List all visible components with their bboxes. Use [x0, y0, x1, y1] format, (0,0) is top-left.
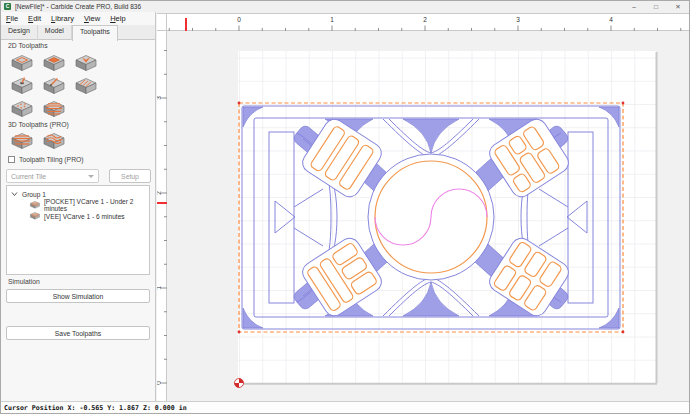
maximize-button[interactable]: □ — [645, 1, 667, 12]
toolpath-item-icon — [29, 200, 41, 210]
chevron-down-icon — [88, 175, 94, 178]
section-3d-toolpaths: 3D Toolpaths (PRO) — [8, 121, 69, 128]
toolpath-item-vee[interactable]: [VEE] VCarve 1 - 6 minutes — [29, 211, 149, 221]
vcarve-toolpath-icon — [73, 53, 99, 74]
toolpath-tiling-row: Toolpath Tiling (PRO) — [8, 156, 84, 163]
engrave-toolpath-button[interactable] — [41, 76, 67, 97]
drill-toolpath-button[interactable] — [9, 76, 35, 97]
contour-toolpath-button[interactable] — [9, 53, 35, 74]
svg-text:1: 1 — [157, 286, 162, 290]
status-bar: Cursor Position X: -0.565 Y: 1.867 Z: 0.… — [1, 401, 689, 413]
toolpath-item-pocket[interactable]: [POCKET] VCarve 1 - Under 2 minutes — [29, 200, 149, 210]
show-simulation-button[interactable]: Show Simulation — [6, 289, 150, 303]
yin-yang-circle[interactable] — [368, 154, 494, 280]
stipple-toolpath-button[interactable] — [9, 99, 35, 120]
svg-text:0: 0 — [237, 16, 241, 23]
cursor-position-readout: Cursor Position X: -0.565 Y: 1.867 Z: 0.… — [4, 404, 187, 412]
title-bar: C [NewFile]* - Carbide Create PRO, Build… — [1, 1, 689, 12]
menu-file[interactable]: File — [1, 14, 23, 23]
toolpath-item-icon — [29, 211, 41, 221]
simulation-label: Simulation — [8, 278, 40, 285]
app-window: C [NewFile]* - Carbide Create PRO, Build… — [0, 0, 690, 414]
stipple-toolpath-icon — [9, 99, 35, 120]
toolpath-tiling-checkbox[interactable] — [8, 156, 15, 163]
pocket-toolpath-icon — [41, 53, 67, 74]
collapse-chevron-icon[interactable] — [11, 191, 18, 197]
drill-toolpath-icon — [9, 76, 35, 97]
stripes-toolpath-icon — [41, 99, 67, 120]
stripes-toolpath-button[interactable] — [41, 99, 67, 120]
pocket-toolpath-button[interactable] — [41, 53, 67, 74]
menu-bar: File Edit Library View Help — [1, 12, 155, 25]
engrave-toolpath-icon — [41, 76, 67, 97]
setup-button[interactable]: Setup — [109, 169, 151, 183]
contour-toolpath-icon — [9, 53, 35, 74]
menu-view[interactable]: View — [79, 14, 105, 23]
close-button[interactable]: ✕ — [667, 1, 689, 12]
current-tile-value: Current Tile — [11, 173, 46, 180]
toolpath-item-label: [POCKET] VCarve 1 - Under 2 minutes — [44, 198, 149, 212]
save-toolpaths-button[interactable]: Save Toolpaths — [6, 326, 150, 340]
design-viewport[interactable] — [167, 31, 689, 401]
finish-3d-toolpath-button[interactable] — [41, 131, 67, 152]
svg-text:2: 2 — [423, 16, 427, 23]
rough-3d-toolpath-icon — [9, 131, 35, 152]
minimize-button[interactable]: – — [623, 1, 645, 12]
menu-edit[interactable]: Edit — [23, 14, 46, 23]
canvas-area: 01234 0123 — [157, 12, 689, 401]
texture-toolpath-icon — [73, 76, 99, 97]
finish-3d-toolpath-icon — [41, 131, 67, 152]
ruler-corner — [157, 13, 167, 31]
tab-design[interactable]: Design — [1, 25, 38, 40]
vcarve-toolpath-button[interactable] — [73, 53, 99, 74]
tab-toolpaths[interactable]: Toolpaths — [72, 25, 118, 41]
toolpath-tree: Group 1 [POCKET] VCarve 1 - Under 2 minu… — [6, 185, 150, 275]
tab-model[interactable]: Model — [38, 25, 72, 40]
current-tile-select[interactable]: Current Tile — [6, 169, 99, 183]
toolpath-group-label: Group 1 — [22, 191, 46, 198]
left-panel: File Edit Library View Help Design Model… — [1, 12, 156, 401]
menu-help[interactable]: Help — [105, 14, 130, 23]
window-title: [NewFile]* - Carbide Create PRO, Build 8… — [15, 3, 141, 10]
menu-library[interactable]: Library — [46, 14, 79, 23]
svg-text:2: 2 — [157, 191, 162, 195]
texture-toolpath-button[interactable] — [73, 76, 99, 97]
main-tabs: Design Model Toolpaths — [1, 25, 155, 40]
design-canvas[interactable] — [167, 31, 689, 401]
current-tile-row: Current Tile Setup — [6, 169, 151, 183]
svg-text:3: 3 — [516, 16, 520, 23]
svg-text:3: 3 — [157, 96, 162, 100]
toolpath-item-label: [VEE] VCarve 1 - 6 minutes — [44, 213, 125, 220]
svg-text:0: 0 — [157, 381, 162, 385]
svg-text:4: 4 — [609, 16, 613, 23]
svg-text:1: 1 — [330, 16, 334, 23]
app-logo-icon: C — [4, 3, 11, 10]
rough-3d-toolpath-button[interactable] — [9, 131, 35, 152]
toolpath-tiling-label: Toolpath Tiling (PRO) — [19, 156, 84, 163]
origin-marker[interactable] — [235, 379, 244, 388]
vertical-ruler: 0123 — [157, 31, 167, 401]
section-2d-toolpaths: 2D Toolpaths — [8, 42, 48, 49]
horizontal-ruler: 01234 — [167, 13, 689, 31]
